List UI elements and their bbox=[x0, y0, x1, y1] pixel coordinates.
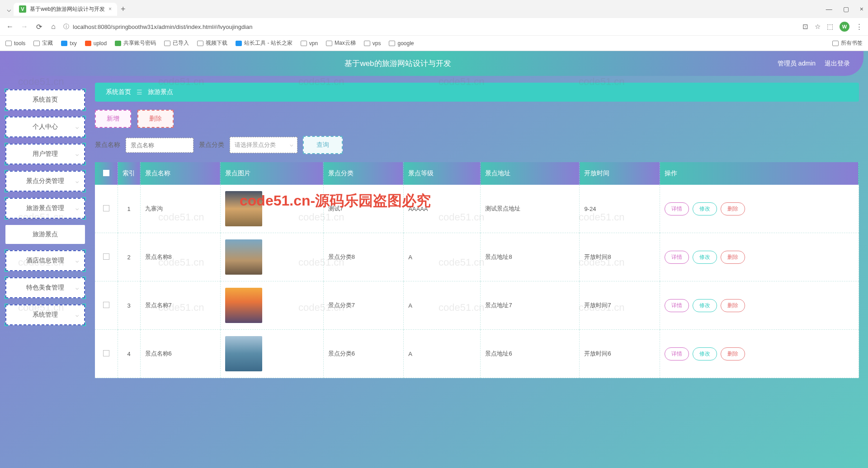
select-all-header[interactable] bbox=[95, 162, 118, 185]
app-header: 基于web的旅游网站设计与开发 管理员 admin 退出登录 bbox=[5, 51, 863, 76]
sidebar-item-8[interactable]: 系统管理 bbox=[5, 304, 85, 325]
close-window-icon[interactable]: × bbox=[860, 5, 863, 13]
thumbnail-image[interactable] bbox=[225, 239, 262, 275]
action-bar: 新增 删除 bbox=[95, 110, 859, 128]
reload-icon[interactable]: ⟳ bbox=[34, 23, 43, 31]
category-filter-select[interactable]: 请选择景点分类 bbox=[230, 137, 297, 153]
data-table: 索引 景点名称 景点图片 景点分类 景点等级 景点地址 开放时间 操作 1九寨沟… bbox=[95, 162, 859, 378]
detail-button[interactable]: 详情 bbox=[665, 251, 689, 264]
checkbox-icon[interactable] bbox=[103, 170, 109, 176]
cell-ops: 详情修改删除 bbox=[660, 281, 859, 330]
add-button[interactable]: 新增 bbox=[95, 110, 131, 128]
thumbnail-image[interactable] bbox=[225, 191, 262, 226]
bookmark-baozang[interactable]: 宝藏 bbox=[33, 39, 53, 47]
menu-icon[interactable]: ⋮ bbox=[856, 23, 863, 31]
breadcrumb-sep-icon: ☰ bbox=[137, 89, 142, 96]
modify-button[interactable]: 修改 bbox=[693, 347, 717, 360]
logout-button[interactable]: 退出登录 bbox=[825, 60, 850, 68]
forward-icon[interactable]: → bbox=[20, 23, 29, 31]
cell-category: 测试7 bbox=[323, 185, 403, 233]
query-button[interactable]: 查询 bbox=[303, 136, 343, 154]
cell-time: 9-24 bbox=[580, 185, 660, 233]
table-row: 1九寨沟测试7AAAAA测试景点地址9-24详情修改删除 bbox=[95, 185, 859, 233]
url-text: localhost:8080/springboothw31x/admin/dis… bbox=[73, 23, 252, 30]
table-row: 2景点名称8景点分类8A景点地址8开放时间8详情修改删除 bbox=[95, 233, 859, 281]
col-time: 开放时间 bbox=[580, 162, 660, 185]
bookmark-tools[interactable]: tools bbox=[5, 40, 25, 47]
col-ops: 操作 bbox=[660, 162, 859, 185]
cell-image bbox=[220, 185, 323, 233]
bookmark-vps[interactable]: vps bbox=[364, 40, 381, 47]
sidebar-item-3[interactable]: 景点分类管理 bbox=[5, 171, 85, 192]
bookmark-video[interactable]: 视频下载 bbox=[197, 39, 227, 47]
sidebar-item-2[interactable]: 用户管理 bbox=[5, 144, 85, 164]
bookmark-import[interactable]: 已导入 bbox=[164, 39, 189, 47]
cell-image bbox=[220, 281, 323, 330]
bookmark-star-icon[interactable]: ☆ bbox=[815, 23, 821, 31]
table-row: 3景点名称7景点分类7A景点地址7开放时间7详情修改删除 bbox=[95, 281, 859, 330]
row-checkbox[interactable] bbox=[103, 253, 109, 260]
row-delete-button[interactable]: 删除 bbox=[721, 347, 745, 360]
delete-button[interactable]: 删除 bbox=[137, 110, 174, 128]
thumbnail-image[interactable] bbox=[225, 336, 262, 371]
modify-button[interactable]: 修改 bbox=[693, 251, 717, 264]
bookmark-share[interactable]: 共享账号密码 bbox=[115, 39, 156, 47]
bookmark-uplod[interactable]: uplod bbox=[85, 40, 107, 47]
home-icon[interactable]: ⌂ bbox=[49, 23, 58, 31]
cell-image bbox=[220, 233, 323, 281]
bookmark-vpn[interactable]: vpn bbox=[301, 40, 318, 47]
bookmark-max[interactable]: Max云梯 bbox=[326, 39, 356, 47]
all-bookmarks[interactable]: 所有书签 bbox=[832, 39, 863, 47]
row-checkbox[interactable] bbox=[103, 350, 109, 356]
sidebar-item-4[interactable]: 旅游景点管理 bbox=[5, 198, 85, 219]
sidebar-item-6[interactable]: 酒店信息管理 bbox=[5, 250, 85, 271]
row-delete-button[interactable]: 删除 bbox=[721, 202, 745, 215]
bookmark-seo[interactable]: 站长工具 - 站长之家 bbox=[236, 39, 292, 47]
close-tab-icon[interactable]: × bbox=[108, 6, 112, 12]
row-checkbox[interactable] bbox=[103, 205, 109, 211]
back-icon[interactable]: ← bbox=[5, 23, 14, 31]
sidebar-item-7[interactable]: 特色美食管理 bbox=[5, 277, 85, 298]
browser-tab[interactable]: V 基于web的旅游网站设计与开发 × bbox=[14, 3, 117, 16]
minimize-icon[interactable]: — bbox=[826, 5, 832, 13]
cell-name: 景点名称7 bbox=[140, 281, 220, 330]
lens-icon[interactable]: ⊡ bbox=[802, 23, 808, 31]
new-tab-button[interactable]: + bbox=[121, 5, 126, 14]
profile-avatar[interactable]: W bbox=[840, 22, 849, 32]
cell-address: 景点地址7 bbox=[481, 281, 580, 330]
cell-ops: 详情修改删除 bbox=[660, 233, 859, 281]
col-category: 景点分类 bbox=[323, 162, 403, 185]
app-title: 基于web的旅游网站设计与开发 bbox=[18, 58, 778, 69]
detail-button[interactable]: 详情 bbox=[665, 347, 689, 360]
table-row: 4景点名称6景点分类6A景点地址6开放时间6详情修改删除 bbox=[95, 330, 859, 378]
tab-dropdown-icon[interactable]: ⌵ bbox=[5, 5, 14, 14]
cell-time: 开放时间8 bbox=[580, 233, 660, 281]
name-filter-input[interactable] bbox=[126, 138, 193, 153]
cell-grade: A bbox=[404, 233, 481, 281]
row-delete-button[interactable]: 删除 bbox=[721, 251, 745, 264]
user-info: 管理员 admin bbox=[778, 60, 816, 68]
extensions-icon[interactable]: ⬚ bbox=[827, 23, 833, 31]
app-container: code51.cn code51.cn code51.cn code51.cn … bbox=[0, 51, 868, 468]
url-input[interactable]: ⓘ localhost:8080/springboothw31x/admin/d… bbox=[63, 23, 797, 31]
cell-ops: 详情修改删除 bbox=[660, 330, 859, 378]
sidebar-item-5[interactable]: 旅游景点 bbox=[5, 225, 85, 244]
cell-image bbox=[220, 330, 323, 378]
bookmark-txy[interactable]: txy bbox=[61, 40, 76, 47]
filter-bar: 景点名称 景点分类 请选择景点分类 查询 bbox=[95, 136, 859, 154]
sidebar-item-1[interactable]: 个人中心 bbox=[5, 117, 85, 137]
bookmark-google[interactable]: google bbox=[389, 40, 414, 47]
thumbnail-image[interactable] bbox=[225, 288, 262, 323]
detail-button[interactable]: 详情 bbox=[665, 202, 689, 215]
modify-button[interactable]: 修改 bbox=[693, 202, 717, 215]
maximize-icon[interactable]: ▢ bbox=[843, 5, 849, 13]
category-filter-label: 景点分类 bbox=[199, 141, 224, 149]
site-info-icon[interactable]: ⓘ bbox=[63, 23, 69, 31]
col-name: 景点名称 bbox=[140, 162, 220, 185]
row-checkbox[interactable] bbox=[103, 302, 109, 308]
breadcrumb-home[interactable]: 系统首页 bbox=[106, 88, 131, 96]
sidebar-item-0[interactable]: 系统首页 bbox=[5, 89, 85, 110]
detail-button[interactable]: 详情 bbox=[665, 299, 689, 312]
row-delete-button[interactable]: 删除 bbox=[721, 299, 745, 312]
modify-button[interactable]: 修改 bbox=[693, 299, 717, 312]
